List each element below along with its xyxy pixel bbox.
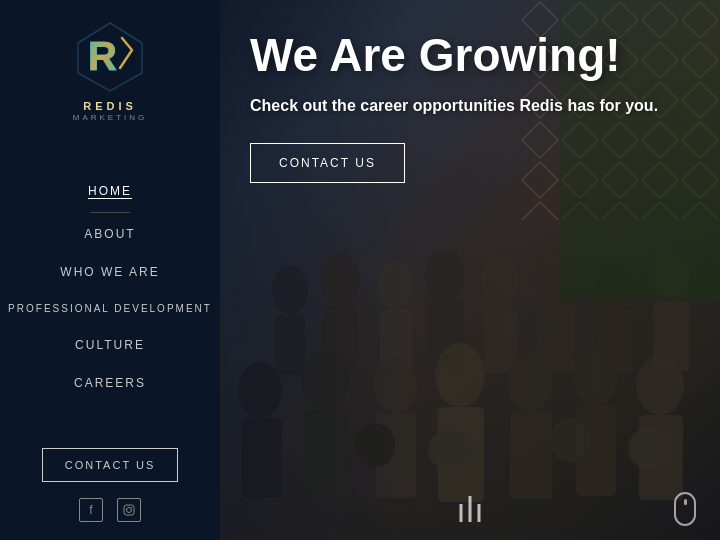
hero-contact-button[interactable]: CONTACT US (250, 143, 405, 183)
nav-item-home[interactable]: HOME (0, 172, 220, 210)
hero-text-area: We Are Growing! Check out the career opp… (250, 30, 690, 183)
svg-text:R: R (88, 34, 117, 78)
logo-area: R R REDIS MARKETING (70, 0, 150, 142)
nav-item-professional-development[interactable]: PROFESSIONAL DEVELOPMENT (0, 291, 220, 326)
instagram-icon[interactable] (117, 498, 141, 522)
social-icons: f (79, 498, 141, 522)
nav-menu: HOME ABOUT WHO WE ARE PROFESSIONAL DEVEL… (0, 172, 220, 402)
nav-item-culture[interactable]: CULTURE (0, 326, 220, 364)
nav-item-careers[interactable]: CAREERS (0, 364, 220, 402)
svg-point-4 (127, 508, 132, 513)
facebook-icon[interactable]: f (79, 498, 103, 522)
brand-name: REDIS (83, 100, 137, 112)
sidebar-contact-button[interactable]: CONTACT US (42, 448, 179, 482)
nav-divider-1 (90, 212, 130, 213)
brand-sub: MARKETING (73, 113, 148, 122)
hero-title: We Are Growing! (250, 30, 690, 81)
main-hero: We Are Growing! Check out the career opp… (220, 0, 720, 540)
hero-subtitle: Check out the career opportunities Redis… (250, 97, 690, 115)
mouse-wheel (684, 499, 687, 505)
sidebar: R R REDIS MARKETING HOME ABOUT WHO WE AR… (0, 0, 220, 540)
nav-item-who-we-are[interactable]: WHO WE ARE (0, 253, 220, 291)
scroll-indicator (460, 496, 481, 522)
nav-item-about[interactable]: ABOUT (0, 215, 220, 253)
svg-point-5 (131, 507, 132, 508)
svg-rect-3 (124, 505, 134, 515)
scroll-bar-3 (478, 504, 481, 522)
scroll-mouse-icon (674, 492, 696, 526)
scroll-bar-1 (460, 504, 463, 522)
logo-icon: R R (70, 18, 150, 96)
scroll-bar-2 (469, 496, 472, 522)
